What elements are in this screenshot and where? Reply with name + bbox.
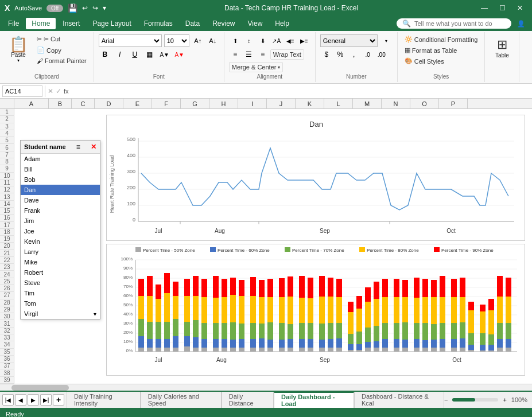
menu-home[interactable]: Home [26,18,56,29]
cut-button[interactable]: ✂ ✂ Cut [34,34,89,44]
menu-help[interactable]: Help [269,18,295,29]
search-input[interactable] [414,20,500,27]
menu-formulas[interactable]: Formulas [138,18,178,29]
tab-nav-next[interactable]: ▶ [28,394,39,406]
tab-nav-first[interactable]: |◀ [2,394,14,406]
italic-button[interactable]: I [114,48,126,61]
currency-btn[interactable]: $ [320,48,333,61]
maximize-btn[interactable]: ☐ [495,3,510,13]
format-painter-button[interactable]: 🖌 Format Painter [34,56,89,65]
number-dropdown-btn[interactable]: ▾ [380,34,393,47]
student-bill[interactable]: Bill [21,164,100,174]
tab-daily-training-intensity[interactable]: Daily Training Intensity [67,392,141,408]
comma-btn[interactable]: , [348,48,360,61]
col-header-n[interactable]: N [382,99,410,108]
text-direction-btn[interactable]: ↗A [270,34,283,47]
minimize-btn[interactable]: — [476,3,492,13]
student-virgil[interactable]: Virgil ▾ [21,309,100,319]
paste-button[interactable]: 📋 Paste ▾ [5,34,32,65]
menu-view[interactable]: View [242,18,269,29]
indent-decrease-btn[interactable]: ◀≡ [284,34,297,47]
student-larry[interactable]: Larry [21,247,100,257]
align-center-btn[interactable]: ☰ [243,48,255,61]
student-steve[interactable]: Steve [21,278,100,288]
col-header-b[interactable]: B [49,99,72,108]
col-header-j[interactable]: J [267,99,296,108]
copy-button[interactable]: 📄 Copy [34,45,89,55]
student-robert[interactable]: Robert [21,267,100,278]
tab-nav-last[interactable]: ▶| [40,394,52,406]
decrease-decimal-btn[interactable]: .00 [375,48,388,61]
underline-button[interactable]: U [129,48,141,61]
zoom-out-btn[interactable]: − [444,396,448,403]
tab-daily-calories-speed[interactable]: Daily Calories and Speed [141,392,222,408]
align-right-btn[interactable]: ≡ [257,48,269,61]
student-bob[interactable]: Bob [21,174,100,185]
col-header-p[interactable]: P [439,99,468,108]
font-size-select[interactable]: 1081214 [164,34,189,47]
formula-input[interactable] [71,88,530,95]
col-header-h[interactable]: H [209,99,238,108]
autosave-toggle[interactable]: Off [46,5,63,12]
scroll-down-arrow[interactable]: ▾ [94,311,96,317]
student-tim[interactable]: Tim [21,288,100,298]
student-mike[interactable]: Mike [21,257,100,267]
wrap-text-button[interactable]: Wrap Text [270,49,304,60]
undo-icon[interactable]: ↩ [82,4,88,12]
conditional-formatting-btn[interactable]: 🔆 Conditional Formatting [402,34,480,44]
menu-data[interactable]: Data [180,18,205,29]
cell-styles-btn[interactable]: 🎨 Cell Styles [402,56,446,66]
student-tom[interactable]: Tom [21,298,100,309]
student-dave[interactable]: Dave [21,195,100,205]
student-adam[interactable]: Adam [21,154,100,164]
confirm-formula-btn[interactable]: ✓ [56,87,61,95]
tab-nav-prev[interactable]: ◀ [15,394,26,406]
col-header-m[interactable]: M [353,99,382,108]
horizontal-scrollbar[interactable] [0,384,532,391]
format-as-table-btn[interactable]: ▦ Format as Table [402,45,460,55]
more-commands[interactable]: ▾ [103,4,106,12]
increase-decimal-btn[interactable]: .0 [362,48,374,61]
menu-file[interactable]: File [2,18,25,29]
font-color-button[interactable]: A▼ [173,48,186,61]
border-button[interactable]: ▦ [143,48,156,61]
cancel-formula-btn[interactable]: ✕ [48,87,53,95]
align-top-btn[interactable]: ⬆ [229,34,242,47]
save-icon[interactable]: 💾 [68,3,77,13]
percent-btn[interactable]: % [334,48,347,61]
insert-function-btn[interactable]: fx [64,88,69,95]
col-header-i[interactable]: I [238,99,267,108]
col-header-k[interactable]: K [296,99,324,108]
indent-increase-btn[interactable]: ▶≡ [298,34,310,47]
filter-icon[interactable]: ≡ [76,143,80,151]
col-header-f[interactable]: F [152,99,181,108]
col-header-o[interactable]: O [410,99,439,108]
student-dan[interactable]: Dan [21,185,100,195]
col-header-a[interactable]: A [14,99,49,108]
tab-dashboard-distance-kcal[interactable]: Dashboard - Distance & Kcal [354,392,444,408]
align-middle-btn[interactable]: ↕ [243,34,255,47]
table-button[interactable]: ⊞ Table [491,34,514,61]
col-header-e[interactable]: E [123,99,152,108]
col-header-l[interactable]: L [324,99,353,108]
bold-button[interactable]: B [99,48,111,61]
menu-page-layout[interactable]: Page Layout [87,18,137,29]
window-controls[interactable]: — ☐ ✕ [476,3,527,13]
col-header-d[interactable]: D [95,99,123,108]
col-header-g[interactable]: G [181,99,209,108]
tab-daily-distance[interactable]: Daily Distance [222,392,274,408]
font-family-select[interactable]: ArialCalibriTimes New Roman [99,34,162,47]
font-decrease-btn[interactable]: A↓ [207,34,219,47]
col-header-c[interactable]: C [72,99,95,108]
fill-color-button[interactable]: A▼ [158,48,171,61]
menu-insert[interactable]: Insert [57,18,86,29]
student-joe[interactable]: Joe [21,226,100,236]
font-increase-btn[interactable]: A↑ [192,34,204,47]
add-sheet-btn[interactable]: + [53,394,64,406]
user-account[interactable]: 👤 [517,20,525,28]
filter-close-icon[interactable]: ✕ [91,143,96,151]
zoom-slider[interactable] [452,398,498,402]
close-btn[interactable]: ✕ [512,3,527,13]
cell-reference-box[interactable] [2,85,42,97]
tab-daily-dashboard-load[interactable]: Daily Dashboard - Load [274,392,354,408]
